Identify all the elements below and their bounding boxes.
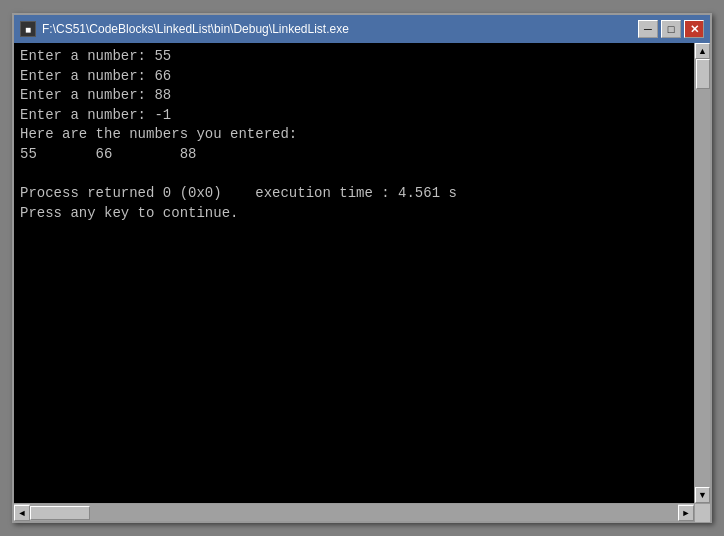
title-bar-buttons: ─ □ ✕ [638,20,704,38]
console-output: Enter a number: 55 Enter a number: 66 En… [14,43,694,503]
minimize-button[interactable]: ─ [638,20,658,38]
scroll-thumb-vertical[interactable] [696,59,710,89]
title-bar: ■ F:\CS51\CodeBlocks\LinkedList\bin\Debu… [14,15,710,43]
vertical-scrollbar[interactable]: ▲ ▼ [694,43,710,503]
maximize-button[interactable]: □ [661,20,681,38]
scroll-right-button[interactable]: ► [678,505,694,521]
window-title: F:\CS51\CodeBlocks\LinkedList\bin\Debug\… [42,22,349,36]
scrollbar-corner [694,504,710,522]
scroll-thumb-horizontal[interactable] [30,506,90,520]
scroll-track-horizontal[interactable] [30,504,678,521]
scroll-left-button[interactable]: ◄ [14,505,30,521]
title-bar-left: ■ F:\CS51\CodeBlocks\LinkedList\bin\Debu… [20,21,349,37]
window-body: Enter a number: 55 Enter a number: 66 En… [14,43,710,503]
close-button[interactable]: ✕ [684,20,704,38]
scroll-up-button[interactable]: ▲ [695,43,710,59]
app-icon: ■ [20,21,36,37]
application-window: ■ F:\CS51\CodeBlocks\LinkedList\bin\Debu… [12,13,712,523]
scroll-down-button[interactable]: ▼ [695,487,710,503]
horizontal-scrollbar[interactable]: ◄ ► [14,503,710,521]
scroll-track-vertical[interactable] [695,59,710,487]
